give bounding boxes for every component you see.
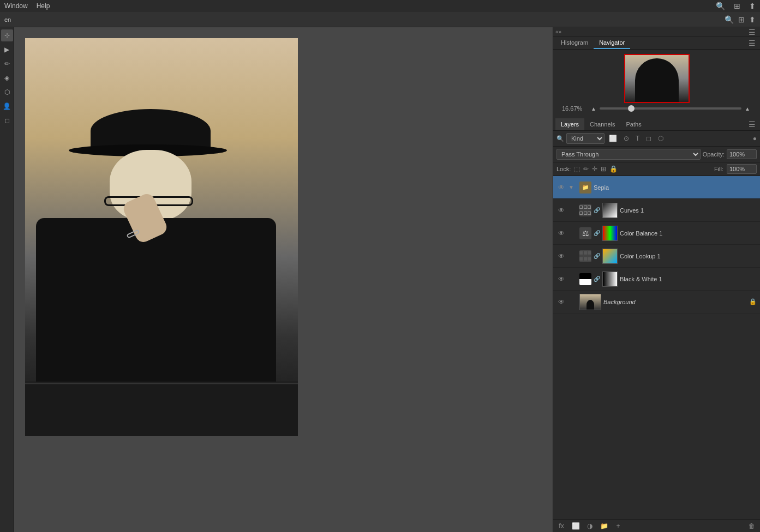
- curves-icon: [579, 204, 591, 216]
- canvas-area: [14, 27, 553, 532]
- kind-filter-bar: 🔍 Kind Name Effect ⬜ ⊙ T ◻ ⬡ ●: [553, 131, 760, 147]
- share-icon[interactable]: ⬆: [749, 2, 756, 10]
- left-toolbar: ⊹ ▶ ✏ ◈ ⬡ 👤 ◻: [0, 27, 14, 532]
- visibility-bw[interactable]: 👁: [556, 274, 566, 284]
- lock-transparent-icon[interactable]: ⬚: [574, 165, 580, 173]
- zoom-level-label: 16.67%: [562, 105, 587, 112]
- navigator-preview: 16.67% ▲ ▲: [553, 50, 760, 118]
- folder-icon-sepia: 📁: [579, 182, 591, 194]
- lock-artboards-icon[interactable]: ⊞: [601, 165, 606, 173]
- layers-menu-icon[interactable]: ☰: [746, 119, 758, 130]
- tool-select[interactable]: ◈: [1, 72, 13, 84]
- blend-mode-select[interactable]: Pass Through Normal Multiply Screen Over…: [556, 149, 701, 160]
- tab-histogram[interactable]: Histogram: [555, 37, 594, 49]
- visibility-curves[interactable]: 👁: [556, 205, 566, 215]
- share-icon-bar[interactable]: ⬆: [749, 15, 756, 24]
- layer-row-curves[interactable]: 👁 🔗 Curves 1: [553, 199, 760, 222]
- zoom-slider[interactable]: [600, 107, 741, 110]
- menu-help[interactable]: Help: [37, 2, 50, 10]
- layer-row-sepia[interactable]: 👁 ▼ 📁 Sepia: [553, 176, 760, 199]
- layer-row-colorbalance[interactable]: 👁 ⚖ 🔗 Color Balance 1: [553, 222, 760, 245]
- visibility-sepia[interactable]: 👁: [556, 183, 566, 192]
- menu-window[interactable]: Window: [4, 2, 28, 10]
- layers-tab-bar: Layers Channels Paths ☰: [553, 118, 760, 131]
- tab-paths[interactable]: Paths: [621, 118, 647, 130]
- add-layer-style-icon[interactable]: fx: [556, 522, 566, 530]
- add-group-icon[interactable]: 📁: [599, 522, 609, 530]
- layers-list: 👁 ▼ 📁 Sepia 👁 🔗 Curves 1: [553, 176, 760, 519]
- tab-channels[interactable]: Channels: [584, 118, 620, 130]
- panel-collapse: «» ☰: [553, 27, 760, 37]
- canvas-image[interactable]: [25, 38, 298, 436]
- layers-footer: fx ⬜ ◑ 📁 + 🗑: [553, 519, 760, 532]
- tool-play[interactable]: ▶: [1, 44, 13, 56]
- type-filter-icon[interactable]: T: [633, 134, 642, 143]
- add-layer-icon[interactable]: +: [613, 522, 623, 530]
- zoom-in-btn[interactable]: ▲: [744, 106, 751, 112]
- fill-input[interactable]: [727, 164, 757, 174]
- thumb-background: [579, 294, 601, 310]
- delete-layer-icon[interactable]: 🗑: [747, 522, 757, 530]
- add-adjustment-icon[interactable]: ◑: [585, 522, 595, 530]
- tool-person[interactable]: 👤: [1, 100, 13, 112]
- filter-icon: 🔍: [556, 135, 564, 142]
- background-lock-icon: 🔒: [749, 298, 757, 305]
- arrange-icon[interactable]: ⊞: [734, 2, 740, 10]
- colorlookup-icon: [579, 250, 591, 262]
- tab-layers[interactable]: Layers: [555, 118, 584, 130]
- navigator-tab-bar: Histogram Navigator ☰: [553, 37, 760, 50]
- visibility-colorlookup[interactable]: 👁: [556, 251, 566, 261]
- panel-menu-icon-top[interactable]: ☰: [746, 27, 758, 38]
- thumb-colorlookup: [602, 249, 618, 264]
- layer-name-background: Background: [603, 299, 747, 305]
- smart-filter-icon[interactable]: ⬡: [656, 134, 666, 143]
- collapse-icon[interactable]: «»: [555, 29, 561, 35]
- layer-row-background[interactable]: 👁 Background 🔒: [553, 291, 760, 313]
- add-mask-icon[interactable]: ⬜: [571, 522, 581, 530]
- navigator-menu-icon[interactable]: ☰: [746, 38, 758, 49]
- thumb-colorbalance: [602, 226, 618, 241]
- pixel-filter-icon[interactable]: ⬜: [607, 134, 619, 143]
- lock-position-icon[interactable]: ✛: [592, 165, 597, 173]
- expand-sepia[interactable]: ▼: [568, 184, 577, 190]
- lock-all-icon[interactable]: 🔒: [609, 165, 618, 173]
- adjustment-filter-icon[interactable]: ⊙: [621, 134, 631, 143]
- thumb-curves: [602, 203, 618, 218]
- right-panel: «» ☰ Histogram Navigator ☰ 16.67% ▲: [553, 27, 760, 532]
- layer-name-colorbalance: Color Balance 1: [620, 230, 757, 237]
- canvas-container: [25, 38, 298, 436]
- lock-pixels-icon[interactable]: ✏: [583, 165, 589, 173]
- tab-navigator[interactable]: Navigator: [594, 37, 630, 49]
- zoom-slider-thumb[interactable]: [628, 105, 635, 112]
- lock-bar: Lock: ⬚ ✏ ✛ ⊞ 🔒 Fill:: [553, 162, 760, 176]
- layers-section: Layers Channels Paths ☰ 🔍 Kind Name Effe…: [553, 118, 760, 532]
- layer-name-bw: Black & White 1: [620, 276, 757, 282]
- visibility-colorbalance[interactable]: 👁: [556, 228, 566, 238]
- link-colorlookup: 🔗: [594, 253, 600, 259]
- nav-thumbnail: [624, 54, 690, 103]
- arrange-icon-bar[interactable]: ⊞: [738, 15, 745, 24]
- visibility-background[interactable]: 👁: [556, 297, 566, 307]
- tool-brush[interactable]: ✏: [1, 58, 13, 70]
- kind-select[interactable]: Kind Name Effect: [566, 133, 605, 144]
- tab-label: en: [4, 16, 11, 23]
- layer-row-colorlookup[interactable]: 👁 🔗 Color Lookup 1: [553, 245, 760, 268]
- blend-bar: Pass Through Normal Multiply Screen Over…: [553, 147, 760, 162]
- nav-thumb-figure: [635, 58, 679, 102]
- tool-3d[interactable]: ⬡: [1, 86, 13, 98]
- opacity-input[interactable]: [727, 149, 757, 159]
- search-icon[interactable]: 🔍: [716, 2, 725, 10]
- filter-toggle[interactable]: ●: [753, 135, 757, 142]
- layer-row-bw[interactable]: 👁 🔗 Black & White 1: [553, 268, 760, 291]
- search-icon-bar[interactable]: 🔍: [725, 15, 734, 24]
- zoom-slider-container: ▲ ▲: [590, 106, 751, 112]
- zoom-out-btn[interactable]: ▲: [590, 106, 597, 112]
- link-curves: 🔗: [594, 207, 600, 213]
- shape-filter-icon[interactable]: ◻: [644, 134, 654, 143]
- thumb-bw: [602, 271, 618, 287]
- tool-layers-panel[interactable]: ◻: [1, 114, 13, 126]
- colorbalance-icon: ⚖: [579, 227, 591, 239]
- tool-move[interactable]: ⊹: [1, 29, 13, 41]
- options-bar: en 🔍 ⊞ ⬆: [0, 12, 760, 27]
- lock-label: Lock:: [556, 166, 571, 172]
